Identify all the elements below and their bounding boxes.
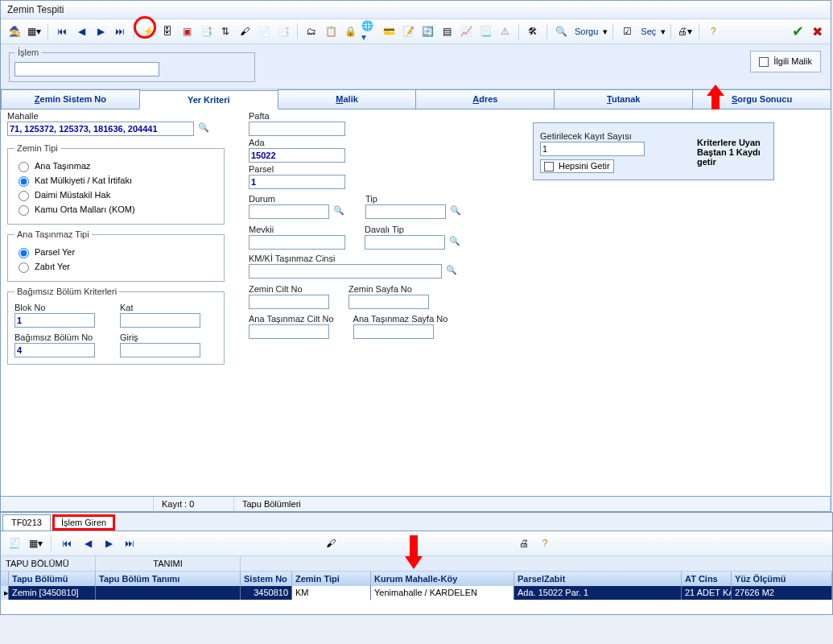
- wizard-icon[interactable]: 🧙: [6, 23, 23, 40]
- docs-icon[interactable]: 📑: [274, 23, 292, 40]
- last-record-icon[interactable]: ⏭: [111, 23, 129, 40]
- copy-icon[interactable]: 📑: [197, 23, 215, 40]
- zemin-cilt-label: Zemin Cilt No: [249, 284, 329, 294]
- table-icon[interactable]: ▤: [438, 23, 456, 40]
- at-sayfa-label: Ana Taşınmaz Sayfa No: [353, 314, 448, 324]
- hepsini-checkbox[interactable]: [544, 162, 554, 171]
- select-icon[interactable]: ☑: [618, 23, 636, 40]
- col-at-cins[interactable]: AT Cins: [682, 572, 732, 586]
- lower-prev-icon[interactable]: ◀: [79, 535, 97, 552]
- ilgili-malik-checkbox[interactable]: [759, 57, 769, 67]
- lower-tab-islem-giren[interactable]: İşlem Giren: [52, 514, 115, 530]
- col-tapu-bolumu[interactable]: Tapu Bölümü: [9, 572, 96, 586]
- sort-icon[interactable]: ⇅: [216, 23, 234, 40]
- hepsini-getir-button[interactable]: Hepsini Getir: [540, 159, 614, 173]
- mahalle-picker-icon[interactable]: 🔍: [196, 122, 211, 137]
- lower-tab-tf0213[interactable]: TF0213: [2, 514, 51, 530]
- blok-no-input[interactable]: [14, 313, 95, 328]
- islem-input[interactable]: [14, 62, 159, 76]
- first-record-icon[interactable]: ⏮: [53, 23, 71, 40]
- radio-daimi-mustakil[interactable]: [19, 191, 29, 201]
- parsel-input[interactable]: [249, 175, 345, 189]
- tab-sorgu-sonucu[interactable]: Sorgu Sonucu: [692, 89, 831, 109]
- cell-sistem-no: 3450810: [241, 586, 292, 600]
- db-icon[interactable]: 🗄: [159, 23, 176, 40]
- lower-help-icon[interactable]: ?: [536, 535, 554, 552]
- query-icon[interactable]: 🔍: [552, 23, 570, 40]
- radio-ana-tasinmaz[interactable]: [19, 162, 29, 172]
- tab-malik[interactable]: Malik: [278, 89, 417, 109]
- print-icon[interactable]: 🖨▾: [676, 23, 694, 40]
- at-sayfa-input[interactable]: [353, 324, 434, 339]
- zemin-cilt-input[interactable]: [249, 295, 329, 309]
- lower-print-icon[interactable]: 🖨: [515, 535, 533, 552]
- note-icon[interactable]: 📝: [399, 23, 417, 40]
- tools-icon[interactable]: 🛠: [524, 23, 542, 40]
- next-record-icon[interactable]: ▶: [92, 23, 109, 40]
- list-icon[interactable]: 📋: [322, 23, 340, 40]
- doc-icon[interactable]: 📄: [255, 23, 273, 40]
- card-icon[interactable]: 💳: [380, 23, 398, 40]
- davali-input[interactable]: [365, 235, 445, 250]
- davali-picker-icon[interactable]: 🔍: [447, 236, 462, 250]
- grid-icon[interactable]: ▦▾: [25, 23, 43, 40]
- ilgili-malik-box[interactable]: İlgili Malik: [750, 51, 821, 72]
- kmki-input[interactable]: [249, 264, 442, 279]
- lower-grid-icon[interactable]: ▦▾: [27, 535, 44, 552]
- tab-tutanak[interactable]: Tutanak: [554, 89, 693, 109]
- sec-label[interactable]: Seç: [637, 27, 659, 36]
- help-icon[interactable]: ?: [704, 23, 722, 40]
- pafta-input[interactable]: [249, 122, 345, 136]
- mahalle-input[interactable]: [7, 122, 194, 136]
- col-zemin-tipi[interactable]: Zemin Tipi: [292, 572, 371, 586]
- lower-next-icon[interactable]: ▶: [100, 535, 118, 552]
- grid-row-1[interactable]: ▸ Zemin [3450810] 3450810 KM Yenimahalle…: [1, 586, 832, 600]
- ok-icon[interactable]: ✔: [789, 23, 806, 40]
- tab-adres[interactable]: Adres: [415, 89, 555, 109]
- fetch-line2: Baştan 1 Kaydı getir: [697, 147, 767, 167]
- tab-yer-kriteri[interactable]: Yer Kriteri: [139, 90, 278, 109]
- ilgili-malik-label: İlgili Malik: [773, 56, 812, 66]
- col-kurum[interactable]: Kurum Mahalle-Köy: [371, 572, 514, 586]
- durum-input[interactable]: [249, 204, 329, 219]
- box-icon[interactable]: ▣: [178, 23, 196, 40]
- kmki-picker-icon[interactable]: 🔍: [444, 265, 459, 279]
- prev-record-icon[interactable]: ◀: [72, 23, 90, 40]
- page-icon[interactable]: 📃: [476, 23, 494, 40]
- fetch-count-input[interactable]: [540, 142, 645, 156]
- radio-zabit-yer[interactable]: [19, 262, 29, 273]
- col-yuz[interactable]: Yüz Ölçümü: [732, 572, 832, 586]
- radio-kamu-orta[interactable]: [19, 205, 29, 216]
- lower-brush-icon[interactable]: 🖌: [322, 535, 340, 552]
- tip-picker-icon[interactable]: 🔍: [448, 205, 463, 220]
- bb-no-input[interactable]: [14, 343, 95, 357]
- lightning-icon[interactable]: ⚡: [139, 23, 157, 40]
- sorgu-label[interactable]: Sorgu: [571, 27, 601, 36]
- warn-icon[interactable]: ⚠: [496, 23, 513, 40]
- zemin-sayfa-input[interactable]: [348, 295, 429, 309]
- col-tapu-tanim[interactable]: Tapu Bölüm Tanımı: [96, 572, 241, 586]
- chart-icon[interactable]: 📈: [457, 23, 475, 40]
- lower-last-icon[interactable]: ⏭: [121, 535, 138, 552]
- tab-zemin-sistem-no[interactable]: Zemin Sistem No: [1, 89, 140, 109]
- globe-icon[interactable]: 🌐▾: [361, 23, 378, 40]
- brush-icon[interactable]: 🖌: [236, 23, 254, 40]
- refresh-icon[interactable]: 🔄: [419, 23, 436, 40]
- lower-wizard-icon[interactable]: 🧾: [6, 535, 23, 552]
- cancel-icon[interactable]: ✖: [808, 23, 826, 40]
- ada-input[interactable]: [249, 148, 345, 163]
- col-parsel-zabit[interactable]: ParselZabit: [514, 572, 682, 586]
- durum-picker-icon[interactable]: 🔍: [332, 205, 346, 220]
- radio-kat-mulkiyeti[interactable]: [19, 176, 29, 187]
- giris-input[interactable]: [120, 343, 200, 357]
- tip-input[interactable]: [365, 204, 446, 219]
- kat-input[interactable]: [120, 313, 200, 328]
- lock-icon[interactable]: 🔒: [341, 23, 359, 40]
- at-cilt-input[interactable]: [249, 324, 329, 339]
- col-sistem-no[interactable]: Sistem No: [241, 572, 292, 586]
- lower-first-icon[interactable]: ⏮: [58, 535, 76, 552]
- mevkii-input[interactable]: [249, 235, 345, 250]
- tree-icon[interactable]: 🗂: [303, 23, 320, 40]
- radio-parsel-yer[interactable]: [19, 248, 29, 258]
- fetch-line1: Kriterlere Uyan: [697, 138, 767, 147]
